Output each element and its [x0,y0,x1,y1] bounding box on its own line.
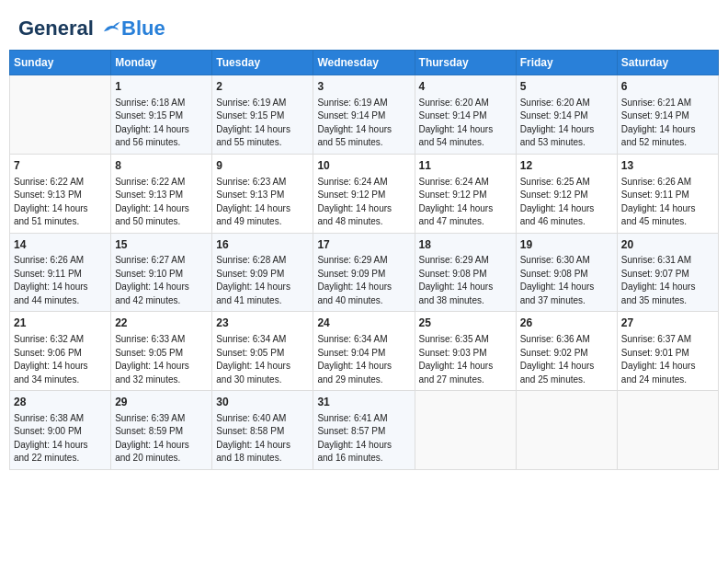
day-info: Sunrise: 6:22 AMSunset: 9:13 PMDaylight:… [14,176,107,229]
calendar-cell: 9Sunrise: 6:23 AMSunset: 9:13 PMDaylight… [212,154,313,233]
day-info: Sunrise: 6:23 AMSunset: 9:13 PMDaylight:… [216,176,309,229]
day-info: Sunrise: 6:36 AMSunset: 9:02 PMDaylight:… [520,333,613,386]
calendar-cell: 16Sunrise: 6:28 AMSunset: 9:09 PMDayligh… [212,233,313,312]
calendar-cell: 23Sunrise: 6:34 AMSunset: 9:05 PMDayligh… [212,312,313,391]
day-number: 7 [14,158,107,174]
day-number: 1 [115,79,208,95]
calendar-cell: 13Sunrise: 6:26 AMSunset: 9:11 PMDayligh… [617,154,718,233]
calendar-body: 1Sunrise: 6:18 AMSunset: 9:15 PMDaylight… [10,75,719,470]
day-info: Sunrise: 6:32 AMSunset: 9:06 PMDaylight:… [14,333,107,386]
day-number: 30 [216,395,309,410]
logo-bird-icon [101,18,121,35]
day-number: 14 [14,237,107,253]
day-info: Sunrise: 6:26 AMSunset: 9:11 PMDaylight:… [621,176,714,229]
day-info: Sunrise: 6:20 AMSunset: 9:14 PMDaylight:… [419,97,512,150]
calendar-cell: 19Sunrise: 6:30 AMSunset: 9:08 PMDayligh… [516,233,617,312]
calendar-cell: 15Sunrise: 6:27 AMSunset: 9:10 PMDayligh… [111,233,212,312]
day-info: Sunrise: 6:26 AMSunset: 9:11 PMDaylight:… [14,254,107,307]
calendar-cell: 14Sunrise: 6:26 AMSunset: 9:11 PMDayligh… [10,233,111,312]
calendar-cell: 6Sunrise: 6:21 AMSunset: 9:14 PMDaylight… [617,75,718,155]
page-header: General Blue [9,9,719,44]
logo-blue: Blue [121,17,165,40]
calendar-cell: 27Sunrise: 6:37 AMSunset: 9:01 PMDayligh… [617,312,718,391]
day-info: Sunrise: 6:21 AMSunset: 9:14 PMDaylight:… [621,97,714,150]
day-info: Sunrise: 6:35 AMSunset: 9:03 PMDaylight:… [419,333,512,386]
day-number: 26 [520,316,613,331]
calendar-cell: 30Sunrise: 6:40 AMSunset: 8:58 PMDayligh… [212,391,313,470]
day-number: 4 [419,79,512,95]
day-number: 29 [115,395,208,410]
day-number: 28 [14,395,107,410]
calendar-cell: 7Sunrise: 6:22 AMSunset: 9:13 PMDaylight… [10,154,111,233]
day-number: 27 [621,316,714,331]
logo: General Blue [18,17,165,40]
calendar-cell: 28Sunrise: 6:38 AMSunset: 9:00 PMDayligh… [10,391,111,470]
day-number: 21 [14,316,107,331]
day-number: 17 [317,237,410,253]
calendar-cell: 24Sunrise: 6:34 AMSunset: 9:04 PMDayligh… [313,312,415,391]
weekday-header: Wednesday [313,51,415,75]
calendar-cell: 26Sunrise: 6:36 AMSunset: 9:02 PMDayligh… [516,312,617,391]
calendar-cell: 18Sunrise: 6:29 AMSunset: 9:08 PMDayligh… [415,233,516,312]
day-info: Sunrise: 6:34 AMSunset: 9:05 PMDaylight:… [216,333,309,386]
day-info: Sunrise: 6:37 AMSunset: 9:01 PMDaylight:… [621,333,714,386]
day-info: Sunrise: 6:40 AMSunset: 8:58 PMDaylight:… [216,412,309,465]
day-number: 23 [216,316,309,331]
day-number: 11 [419,158,512,174]
calendar-cell: 21Sunrise: 6:32 AMSunset: 9:06 PMDayligh… [10,312,111,391]
day-number: 18 [419,237,512,253]
calendar-cell [617,391,718,470]
day-info: Sunrise: 6:27 AMSunset: 9:10 PMDaylight:… [115,254,208,307]
calendar-cell [10,75,111,155]
weekday-header: Monday [111,51,212,75]
calendar-cell: 4Sunrise: 6:20 AMSunset: 9:14 PMDaylight… [415,75,516,155]
day-info: Sunrise: 6:33 AMSunset: 9:05 PMDaylight:… [115,333,208,386]
day-info: Sunrise: 6:39 AMSunset: 8:59 PMDaylight:… [115,412,208,465]
day-info: Sunrise: 6:25 AMSunset: 9:12 PMDaylight:… [520,176,613,229]
calendar-cell: 1Sunrise: 6:18 AMSunset: 9:15 PMDaylight… [111,75,212,155]
day-number: 19 [520,237,613,253]
day-number: 9 [216,158,309,174]
day-info: Sunrise: 6:31 AMSunset: 9:07 PMDaylight:… [621,254,714,307]
day-number: 15 [115,237,208,253]
calendar-cell: 2Sunrise: 6:19 AMSunset: 9:15 PMDaylight… [212,75,313,155]
day-info: Sunrise: 6:29 AMSunset: 9:09 PMDaylight:… [317,254,410,307]
day-info: Sunrise: 6:28 AMSunset: 9:09 PMDaylight:… [216,254,309,307]
day-info: Sunrise: 6:24 AMSunset: 9:12 PMDaylight:… [419,176,512,229]
calendar-cell: 31Sunrise: 6:41 AMSunset: 8:57 PMDayligh… [313,391,415,470]
day-info: Sunrise: 6:30 AMSunset: 9:08 PMDaylight:… [520,254,613,307]
day-number: 20 [621,237,714,253]
day-info: Sunrise: 6:34 AMSunset: 9:04 PMDaylight:… [317,333,410,386]
calendar-cell: 22Sunrise: 6:33 AMSunset: 9:05 PMDayligh… [111,312,212,391]
calendar-table: SundayMondayTuesdayWednesdayThursdayFrid… [9,50,719,470]
day-info: Sunrise: 6:29 AMSunset: 9:08 PMDaylight:… [419,254,512,307]
day-number: 24 [317,316,410,331]
day-number: 8 [115,158,208,174]
calendar-cell: 20Sunrise: 6:31 AMSunset: 9:07 PMDayligh… [617,233,718,312]
calendar-cell: 5Sunrise: 6:20 AMSunset: 9:14 PMDaylight… [516,75,617,155]
calendar-cell: 11Sunrise: 6:24 AMSunset: 9:12 PMDayligh… [415,154,516,233]
day-number: 2 [216,79,309,95]
day-info: Sunrise: 6:18 AMSunset: 9:15 PMDaylight:… [115,97,208,150]
calendar-cell: 25Sunrise: 6:35 AMSunset: 9:03 PMDayligh… [415,312,516,391]
day-number: 13 [621,158,714,174]
day-info: Sunrise: 6:41 AMSunset: 8:57 PMDaylight:… [317,412,410,465]
calendar-cell: 29Sunrise: 6:39 AMSunset: 8:59 PMDayligh… [111,391,212,470]
calendar-header: SundayMondayTuesdayWednesdayThursdayFrid… [10,51,719,75]
day-number: 16 [216,237,309,253]
day-info: Sunrise: 6:22 AMSunset: 9:13 PMDaylight:… [115,176,208,229]
calendar-cell: 3Sunrise: 6:19 AMSunset: 9:14 PMDaylight… [313,75,415,155]
calendar-cell [516,391,617,470]
weekday-header: Saturday [617,51,718,75]
day-info: Sunrise: 6:19 AMSunset: 9:15 PMDaylight:… [216,97,309,150]
day-info: Sunrise: 6:38 AMSunset: 9:00 PMDaylight:… [14,412,107,465]
calendar-cell [415,391,516,470]
calendar-cell: 12Sunrise: 6:25 AMSunset: 9:12 PMDayligh… [516,154,617,233]
weekday-header: Sunday [10,51,111,75]
day-number: 6 [621,79,714,95]
day-number: 22 [115,316,208,331]
day-number: 25 [419,316,512,331]
weekday-header: Thursday [415,51,516,75]
day-info: Sunrise: 6:24 AMSunset: 9:12 PMDaylight:… [317,176,410,229]
day-number: 3 [317,79,410,95]
